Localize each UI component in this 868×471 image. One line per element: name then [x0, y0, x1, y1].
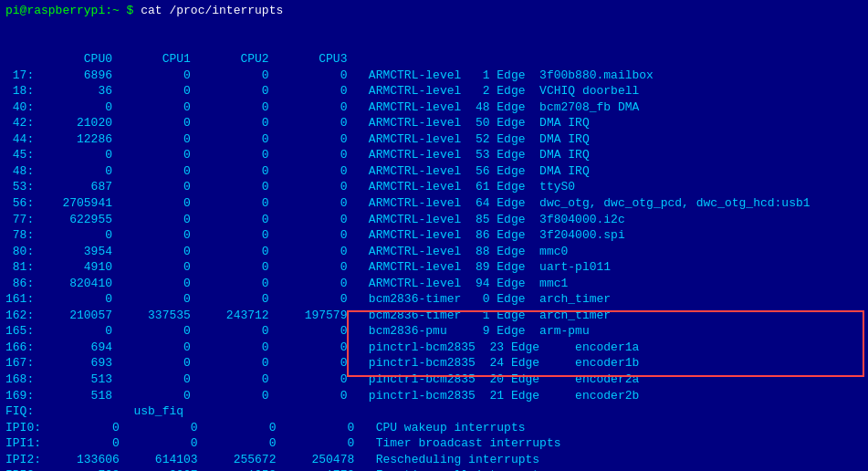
header-row: CPU0 CPU1 CPU2 CPU3 — [5, 51, 863, 68]
table-row: IPI2: 133606 614103 255672 250478 Resche… — [5, 452, 863, 468]
table-row: 167: 693 0 0 0 pinctrl-bcm2835 24 Edge e… — [5, 355, 863, 372]
table-row: 86: 820410 0 0 0 ARMCTRL-level 94 Edge m… — [5, 276, 863, 292]
prompt-user: pi@raspberrypi:~ $ — [5, 4, 141, 17]
table-row: 77: 622955 0 0 0 ARMCTRL-level 85 Edge 3… — [5, 212, 863, 228]
table-row: 18: 36 0 0 0 ARMCTRL-level 2 Edge VCHIQ … — [5, 83, 863, 99]
table-row: 44: 12286 0 0 0 ARMCTRL-level 52 Edge DM… — [5, 131, 863, 148]
table-row: FIQ: usb_fiq — [5, 403, 863, 420]
table-row: 56: 2705941 0 0 0 ARMCTRL-level 64 Edge … — [5, 195, 863, 212]
terminal-content: CPU0 CPU1 CPU2 CPU3 17: 6896 0 0 0 ARMCT… — [5, 19, 863, 471]
table-row: 53: 687 0 0 0 ARMCTRL-level 61 Edge ttyS… — [5, 179, 863, 195]
table-row: IPI3: 728 2907 1958 1770 Function call i… — [5, 467, 863, 471]
table-row: 168: 513 0 0 0 pinctrl-bcm2835 20 Edge e… — [5, 372, 863, 388]
table-row: 169: 518 0 0 0 pinctrl-bcm2835 21 Edge e… — [5, 388, 863, 404]
table-row: 40: 0 0 0 0 ARMCTRL-level 48 Edge bcm270… — [5, 99, 863, 116]
table-row: 45: 0 0 0 0 ARMCTRL-level 53 Edge DMA IR… — [5, 147, 863, 163]
table-row: 81: 4910 0 0 0 ARMCTRL-level 89 Edge uar… — [5, 259, 863, 276]
table-row: IPI1: 0 0 0 0 Timer broadcast interrupts — [5, 435, 863, 452]
table-row: 80: 3954 0 0 0 ARMCTRL-level 88 Edge mmc… — [5, 244, 863, 260]
table-row: 162: 210057 337535 243712 197579 bcm2836… — [5, 308, 863, 324]
table-row: 48: 0 0 0 0 ARMCTRL-level 56 Edge DMA IR… — [5, 163, 863, 180]
table-row: 166: 694 0 0 0 pinctrl-bcm2835 23 Edge e… — [5, 340, 863, 356]
table-row: 17: 6896 0 0 0 ARMCTRL-level 1 Edge 3f00… — [5, 68, 863, 84]
table-row: 42: 21020 0 0 0 ARMCTRL-level 50 Edge DM… — [5, 115, 863, 131]
table-row: 165: 0 0 0 0 bcm2836-pmu 9 Edge arm-pmu — [5, 323, 863, 340]
prompt-line: pi@raspberrypi:~ $ cat /proc/interrupts — [5, 4, 863, 17]
table-row: 78: 0 0 0 0 ARMCTRL-level 86 Edge 3f2040… — [5, 227, 863, 244]
table-row: 161: 0 0 0 0 bcm2836-timer 0 Edge arch_t… — [5, 291, 863, 308]
table-row: IPI0: 0 0 0 0 CPU wakeup interrupts — [5, 420, 863, 436]
terminal-window: pi@raspberrypi:~ $ cat /proc/interrupts … — [0, 0, 868, 471]
prompt-cmd: cat /proc/interrupts — [141, 4, 283, 17]
